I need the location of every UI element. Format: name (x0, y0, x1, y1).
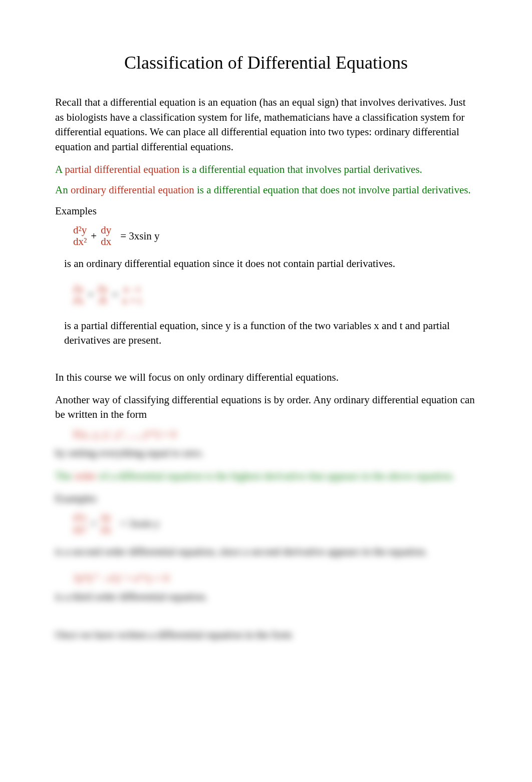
eq1-plus: + (87, 229, 101, 243)
def-partial-rest: is a differential equation that involves… (180, 163, 422, 175)
equation-2: ∂y ∂x + ∂y ∂t = x - t x + t (55, 284, 477, 307)
eq1-fraction-1: d²y dx² (73, 224, 87, 247)
eq2-frac2-bot: ∂t (99, 295, 107, 307)
order-def-term: order (74, 470, 96, 482)
def-ordinary-rest: is a differential equation that does not… (194, 184, 471, 196)
eq3-explanation: is a second order differential equation,… (55, 545, 477, 559)
order-def-rest: of a differential equation is the highes… (96, 470, 454, 482)
eq3-fraction-2: dy dx (101, 512, 111, 535)
equation-1: d²y dx² + dy dx = 3xsin y (55, 224, 477, 247)
written-form-paragraph: Once we have written a differential equa… (55, 628, 477, 642)
eq1-fraction-2: dy dx (101, 224, 111, 247)
eq2-plus: + (84, 288, 98, 302)
eq2-frac1-bot: ∂x (73, 295, 84, 307)
def-partial-term: partial differential equation (65, 163, 179, 175)
equation-3: d²y dx² + dy dx = 3xsin y (55, 512, 477, 535)
blurred-content: F(x, y, y', y'', ..., y⁽ⁿ⁾) = 0 by setti… (55, 427, 477, 642)
def-ordinary-term: ordinary differential equation (71, 184, 194, 196)
examples-heading-1: Examples (55, 204, 477, 218)
eq3-rhs: = 3xsin y (111, 516, 159, 531)
eq2-frac3-bot: x + t (122, 295, 141, 307)
eq2-frac1-top: ∂y (73, 284, 84, 295)
eq2-explanation: is a partial differential equation, sinc… (55, 319, 477, 348)
eq1-rhs: = 3xsin y (111, 229, 159, 243)
def-partial-prefix: A (55, 163, 65, 175)
eq3-fraction-1: d²y dx² (73, 512, 87, 535)
def-ordinary-prefix: An (55, 184, 71, 196)
order-intro-paragraph: Another way of classifying differential … (55, 393, 477, 422)
ode-focus-paragraph: In this course we will focus on only ord… (55, 370, 477, 385)
eq1-frac1-bot: dx² (73, 236, 87, 247)
eq2-equals: = (108, 288, 122, 302)
eq2-fraction-1: ∂y ∂x (73, 284, 84, 307)
order-form-equation: F(x, y, y', y'', ..., y⁽ⁿ⁾) = 0 (55, 427, 477, 442)
eq2-fraction-3: x - t x + t (122, 284, 141, 307)
equation-4: 3y⁴y''' - x³y' + eˣʸy = 0 (55, 571, 477, 586)
definition-partial: A partial differential equation is a dif… (55, 162, 477, 177)
eq1-explanation: is an ordinary differential equation sin… (55, 256, 477, 271)
order-def-the: The (55, 470, 74, 482)
eq4-explanation: is a third order differential equation. (55, 590, 477, 604)
order-setzero: by setting everything equal to zero. (55, 446, 477, 460)
eq3-frac2-top: dy (101, 512, 111, 524)
eq3-plus: + (87, 516, 101, 531)
order-definition: The order of a differential equation is … (55, 469, 477, 483)
eq1-frac2-top: dy (101, 224, 111, 236)
eq2-fraction-2: ∂y ∂t (98, 284, 108, 307)
eq3-frac2-bot: dx (101, 524, 111, 536)
definition-ordinary: An ordinary differential equation is a d… (55, 183, 477, 197)
eq2-frac2-top: ∂y (98, 284, 108, 295)
eq3-frac1-top: d²y (73, 512, 87, 524)
page-title: Classification of Differential Equations (55, 50, 477, 75)
eq1-frac1-top: d²y (73, 224, 87, 236)
intro-paragraph: Recall that a differential equation is a… (55, 95, 477, 154)
eq2-frac3-top: x - t (123, 284, 140, 295)
eq3-frac1-bot: dx² (73, 524, 87, 536)
eq1-frac2-bot: dx (101, 236, 111, 247)
examples-heading-2: Examples (55, 491, 477, 506)
